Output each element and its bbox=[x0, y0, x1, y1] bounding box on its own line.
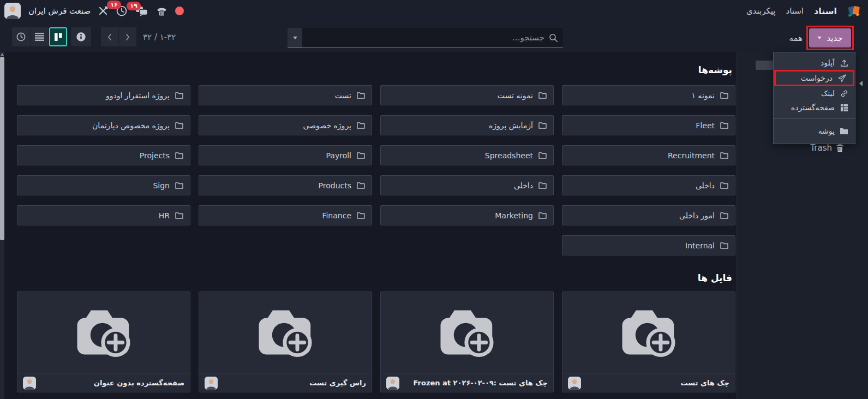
kanban-view-button[interactable] bbox=[49, 27, 67, 46]
file-owner-avatar[interactable] bbox=[205, 377, 218, 390]
folder-card[interactable]: Projects bbox=[17, 145, 190, 165]
folder-card[interactable]: نمونه ۱ bbox=[562, 85, 735, 105]
folder-name: آزمایش پروژه bbox=[489, 121, 533, 130]
folder-card[interactable]: پروژه خصوصی bbox=[199, 115, 372, 135]
folder-icon bbox=[720, 242, 728, 249]
file-owner-avatar[interactable] bbox=[23, 377, 36, 390]
folder-name: نمونه ۱ bbox=[691, 91, 715, 100]
folder-name: Payroll bbox=[326, 151, 351, 160]
camera-plus-icon bbox=[71, 304, 136, 361]
file-card[interactable]: صفحه‌گسترده بدون عنوان bbox=[17, 291, 190, 392]
spreadsheet-icon bbox=[840, 104, 848, 112]
folder-card[interactable]: تست bbox=[199, 85, 372, 105]
file-owner-avatar[interactable] bbox=[568, 377, 581, 390]
pager-previous-button[interactable] bbox=[101, 27, 118, 46]
menu-configuration[interactable]: پیکربندی bbox=[746, 6, 776, 16]
breadcrumb-all[interactable]: همه bbox=[789, 33, 803, 43]
phone-icon[interactable] bbox=[156, 6, 167, 16]
activities-button[interactable]: ۱۶ bbox=[116, 5, 128, 17]
activity-view-button[interactable] bbox=[12, 27, 30, 46]
file-thumbnail bbox=[199, 292, 372, 373]
collapse-left-caret-icon[interactable] bbox=[859, 81, 863, 86]
folder-card[interactable]: Sign bbox=[17, 175, 190, 195]
folder-card[interactable]: داخلی bbox=[562, 175, 735, 195]
file-owner-avatar[interactable] bbox=[386, 377, 399, 390]
scrollbar-thumb[interactable] bbox=[0, 57, 4, 240]
info-icon bbox=[76, 32, 86, 42]
control-panel: ۳۲ / ۱-۳۲ همه جدید bbox=[0, 22, 868, 52]
file-name: صفحه‌گسترده بدون عنوان bbox=[94, 379, 184, 387]
folders-grid: نمونه ۱ نمونه تست تست پروژه استق bbox=[5, 85, 735, 255]
chevron-down-icon bbox=[817, 37, 822, 39]
folder-icon bbox=[538, 152, 547, 159]
file-name: چک های تست bbox=[681, 379, 729, 387]
folder-card[interactable]: Products bbox=[199, 175, 372, 195]
folder-icon bbox=[175, 152, 183, 159]
folder-card[interactable]: HR bbox=[17, 205, 190, 225]
menu-item-label: آپلود bbox=[821, 58, 835, 67]
status-red-dot[interactable] bbox=[175, 7, 184, 15]
folder-card[interactable]: آزمایش پروژه bbox=[380, 115, 554, 135]
vertical-scrollbar[interactable] bbox=[0, 52, 4, 399]
folder-card[interactable]: نمونه تست bbox=[380, 85, 554, 105]
search-input[interactable] bbox=[302, 28, 563, 47]
folder-name: Fleet bbox=[696, 121, 715, 130]
user-avatar[interactable] bbox=[4, 3, 21, 19]
new-menu-item-spreadsheet[interactable]: صفحه‌گسترده bbox=[774, 100, 855, 115]
folder-icon bbox=[175, 122, 183, 129]
folder-card[interactable]: Fleet bbox=[562, 115, 735, 135]
menu-documents[interactable]: اسناد bbox=[786, 6, 804, 16]
files-section-title: فایل ها bbox=[5, 272, 732, 283]
menu-item-label: لینک bbox=[821, 89, 835, 98]
view-switcher bbox=[12, 27, 67, 46]
file-footer: صفحه‌گسترده بدون عنوان bbox=[17, 373, 190, 392]
tools-icon[interactable] bbox=[98, 6, 108, 16]
new-menu-item-upload[interactable]: آپلود bbox=[774, 56, 855, 70]
trash-icon bbox=[835, 144, 844, 152]
folder-card[interactable]: امور داخلی bbox=[562, 205, 735, 225]
folder-card[interactable]: پروژه مخصوص دپارتمان bbox=[17, 115, 190, 135]
new-menu-item-folder[interactable]: پوشه bbox=[774, 123, 855, 139]
folder-name: Internal bbox=[685, 241, 715, 250]
folder-icon bbox=[720, 182, 728, 189]
scroll-up-arrow-icon[interactable] bbox=[1, 53, 4, 56]
activities-badge: ۱۶ bbox=[107, 1, 121, 9]
folder-icon bbox=[175, 212, 183, 219]
new-button[interactable]: جدید bbox=[809, 28, 851, 47]
folder-card[interactable]: داخلی bbox=[380, 175, 554, 195]
company-name[interactable]: صنعت فرش ایران bbox=[28, 6, 91, 16]
file-card[interactable]: چک های تست bbox=[562, 291, 735, 392]
folder-name: پروژه استقرار اودوو bbox=[106, 91, 170, 100]
folder-card[interactable]: Recruitment bbox=[562, 145, 735, 165]
folder-card[interactable]: Spreadsheet bbox=[380, 145, 554, 165]
file-thumbnail bbox=[381, 292, 553, 373]
folder-card[interactable]: Finance bbox=[199, 205, 372, 225]
folder-icon bbox=[357, 152, 365, 159]
file-card[interactable]: Frozen at ۲۰۲۶-۰۲-۰۹: چک های تست bbox=[380, 291, 554, 392]
search-icon bbox=[549, 33, 558, 43]
folder-card[interactable]: Internal bbox=[562, 235, 735, 255]
folder-card[interactable]: پروژه استقرار اودوو bbox=[17, 85, 190, 105]
search-filter-toggle[interactable] bbox=[288, 28, 302, 47]
pager-next-button[interactable] bbox=[119, 27, 136, 46]
file-card[interactable]: راس گیری تست bbox=[199, 291, 372, 392]
file-footer: Frozen at ۲۰۲۶-۰۲-۰۹: چک های تست bbox=[381, 373, 553, 392]
folder-name: امور داخلی bbox=[679, 211, 715, 220]
folder-name: پروژه خصوصی bbox=[303, 121, 351, 130]
folder-name: نمونه تست bbox=[498, 91, 533, 100]
list-view-button[interactable] bbox=[31, 27, 49, 46]
folder-name: Marketing bbox=[495, 211, 533, 220]
new-menu-item-link[interactable]: لینک bbox=[774, 86, 855, 100]
upload-icon bbox=[840, 59, 848, 67]
app-name[interactable]: اسناد bbox=[814, 6, 837, 16]
info-button[interactable] bbox=[71, 27, 91, 46]
folder-icon bbox=[538, 122, 547, 129]
folder-card[interactable]: Marketing bbox=[380, 205, 554, 225]
sidebar-item-trash[interactable]: Trash bbox=[810, 143, 844, 153]
folder-name: Sign bbox=[153, 181, 170, 190]
folder-card[interactable]: Payroll bbox=[199, 145, 372, 165]
messages-button[interactable]: ۱۹ bbox=[135, 6, 148, 16]
documents-app-logo[interactable] bbox=[847, 4, 860, 17]
new-menu-item-request[interactable]: درخواست bbox=[774, 70, 854, 86]
folder-icon bbox=[720, 122, 728, 129]
